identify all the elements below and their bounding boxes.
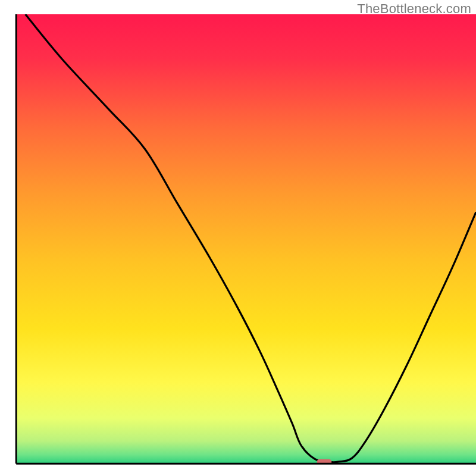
gradient-background — [16, 14, 476, 464]
bottleneck-chart: TheBottleneck.com — [0, 0, 476, 476]
watermark-label: TheBottleneck.com — [357, 1, 471, 17]
chart-svg — [0, 0, 476, 476]
